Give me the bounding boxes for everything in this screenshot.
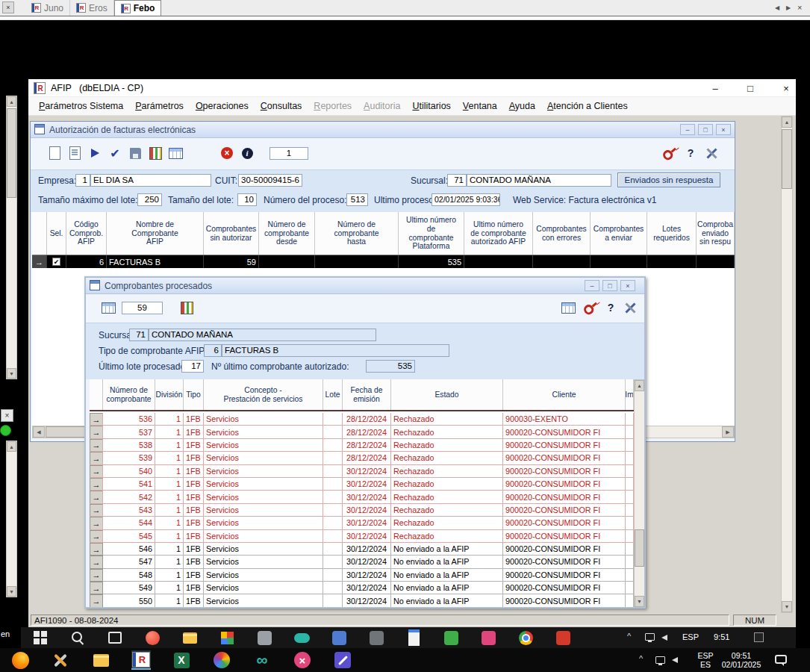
help-icon[interactable] [683,146,698,161]
browser-icon[interactable] [143,629,161,647]
tools-icon[interactable] [51,650,70,670]
left-panel-scrollbar-2[interactable] [6,441,17,597]
paint-icon[interactable] [212,650,231,670]
menubar-item[interactable]: Consultas [255,97,308,115]
table-row[interactable]: →53711FBServicios28/12/2024Rechazado9000… [90,426,634,438]
app-green-icon[interactable] [442,629,460,647]
folder-icon[interactable] [91,650,110,670]
search-icon[interactable] [69,629,87,647]
pink-x-icon[interactable] [293,650,312,670]
menubar-item[interactable]: Parámetros [129,97,190,115]
properties-icon[interactable] [67,146,82,161]
child-minimize-button[interactable] [680,124,695,135]
lote-max-field[interactable]: 250 [137,193,162,206]
table-icon[interactable] [561,300,576,315]
teams-icon[interactable] [293,629,311,647]
key-icon[interactable] [659,143,680,164]
app-gray-icon[interactable] [255,629,273,647]
afip-close-button[interactable] [775,81,797,96]
infinity-icon[interactable] [252,650,272,670]
save-icon[interactable] [128,146,143,161]
app-gray2-icon[interactable] [367,629,385,647]
tab-scroll-left-icon[interactable] [775,4,779,11]
clock[interactable]: 9:51 [714,632,729,641]
menubar-item[interactable]: Parámetros Sistema [33,97,129,115]
menubar-item[interactable]: Ventana [457,97,503,115]
chrome-icon[interactable] [517,629,535,647]
checkbox-cell[interactable] [47,255,66,268]
scroll-left-icon[interactable] [33,426,45,438]
table-row[interactable]: →54311FBServicios30/12/2024Rechazado9000… [90,504,634,517]
process-counter-field[interactable]: 1 [270,147,308,160]
table-row[interactable]: →54111FBServicios30/12/2024Rechazado9000… [90,478,634,491]
language-indicator[interactable]: ESP [682,632,699,641]
scrollbar-thumb[interactable] [635,529,644,567]
ledger-icon[interactable] [148,146,163,161]
table-row[interactable]: →54711FBServicios30/12/2024No enviado a … [90,556,634,568]
menubar-item[interactable]: Ayuda [503,97,541,115]
tray-expand-icon[interactable] [639,654,643,663]
windows-start-icon[interactable] [31,629,49,647]
volume-icon[interactable] [661,635,667,641]
panel-close-button[interactable] [2,1,14,13]
confirm-icon[interactable] [108,146,122,161]
mdi-vertical-scrollbar[interactable] [781,116,793,613]
rdp-icon[interactable] [131,650,151,670]
auth-selected-row[interactable]: →6FACTURAS B59535 [32,255,735,268]
scroll-right-icon[interactable] [722,426,734,438]
tray-expand-icon[interactable] [627,632,631,641]
child-maximize-button[interactable] [698,124,713,135]
grid-icon[interactable] [168,146,183,161]
modal-maximize-button[interactable] [602,280,617,291]
enviados-sin-respuesta-button[interactable]: Enviados sin respuesta [617,172,720,187]
app-red-icon[interactable] [554,629,572,647]
proceso-field[interactable]: 513 [346,193,368,206]
file-explorer-icon[interactable] [181,629,199,647]
firefox-icon[interactable] [10,650,30,670]
run-icon[interactable] [87,146,102,161]
clock[interactable]: 09:5102/01/2025 [718,651,764,669]
sucursal-number-field[interactable]: 71 [447,174,467,187]
network-icon[interactable] [655,656,665,664]
table-row[interactable]: →55011FBServicios30/12/2024No enviado a … [90,594,634,607]
empresa-number-field[interactable]: 1 [75,174,90,187]
modal-vertical-scrollbar[interactable] [634,379,645,608]
task-view-icon[interactable] [106,629,124,647]
scrollbar-thumb[interactable] [782,129,792,189]
tab-febo[interactable]: RFebo [114,0,162,16]
afip-maximize-button[interactable] [739,81,761,96]
new-document-icon[interactable] [47,146,62,161]
tools-icon[interactable] [623,300,638,315]
excel-icon[interactable] [172,650,191,670]
menubar-item[interactable]: Operaciones [190,97,255,115]
table-row[interactable]: →54811FBServicios30/12/2024No enviado a … [90,569,634,582]
left-panel-scrollbar[interactable] [6,96,17,379]
scroll-up-icon[interactable] [782,116,792,128]
ultimo-lote-field[interactable]: 17 [181,360,204,373]
app-pink-icon[interactable] [479,629,497,647]
table-row[interactable]: →54511FBServicios30/12/2024Rechazado9000… [90,530,634,543]
scroll-down-icon[interactable] [7,586,16,597]
modal-minimize-button[interactable] [585,280,599,291]
tab-eros[interactable]: REros [70,0,114,16]
afip-minimize-button[interactable] [704,81,726,96]
help-icon[interactable] [603,300,618,315]
table-row[interactable]: →53611FBServicios28/12/2024Rechazado9000… [90,413,634,426]
tab-scroll-right-icon[interactable] [786,4,791,11]
menubar-item[interactable]: Utilitarios [406,97,456,115]
scroll-up-icon[interactable] [7,441,16,452]
notes-icon[interactable] [405,629,423,647]
table-row[interactable]: →53911FBServicios28/12/2024Rechazado9000… [90,452,634,464]
language-indicator[interactable]: ESPES [694,651,717,669]
ledger-icon[interactable] [179,300,194,315]
tools-icon[interactable] [704,146,719,161]
info-icon[interactable] [240,146,255,161]
scroll-down-icon[interactable] [635,596,644,607]
app-blue-icon[interactable] [330,629,348,647]
lote-size-field[interactable]: 10 [237,193,257,206]
table-row[interactable]: →54611FBServicios30/12/2024No enviado a … [90,543,634,556]
tab-close-icon[interactable] [797,3,802,12]
notification-icon[interactable] [754,632,764,642]
modal-close-button[interactable] [620,280,635,291]
table-row[interactable]: →53811FBServicios28/12/2024Rechazado9000… [90,439,634,452]
